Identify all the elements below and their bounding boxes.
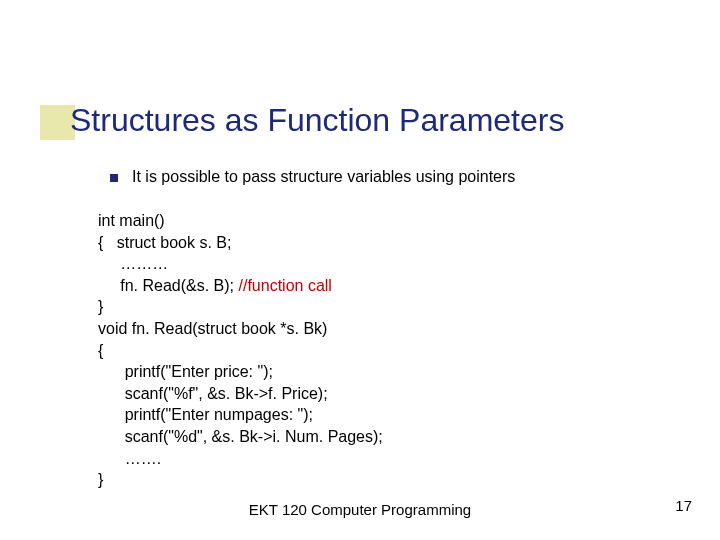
code-line: } xyxy=(98,471,103,488)
code-line: ……… xyxy=(98,255,168,272)
code-line: printf("Enter price: "); xyxy=(98,363,273,380)
footer-text: EKT 120 Computer Programming xyxy=(0,501,720,518)
code-line: fn. Read(&s. B); xyxy=(98,277,239,294)
code-line: scanf("%f", &s. Bk->f. Price); xyxy=(98,385,328,402)
bullet-text: It is possible to pass structure variabl… xyxy=(132,168,515,186)
code-comment: //function call xyxy=(239,277,332,294)
code-line: void fn. Read(struct book *s. Bk) xyxy=(98,320,327,337)
square-bullet-icon xyxy=(110,174,118,182)
bullet-item: It is possible to pass structure variabl… xyxy=(110,168,680,186)
code-line: { struct book s. B; xyxy=(98,234,231,251)
slide-title: Structures as Function Parameters xyxy=(70,102,564,139)
code-line: ……. xyxy=(98,450,161,467)
code-line: printf("Enter numpages: "); xyxy=(98,406,313,423)
page-number: 17 xyxy=(675,497,692,514)
code-block: int main() { struct book s. B; ……… fn. R… xyxy=(98,210,383,491)
bullet-list: It is possible to pass structure variabl… xyxy=(110,168,680,186)
code-line: } xyxy=(98,298,103,315)
code-line: { xyxy=(98,342,103,359)
code-line: int main() xyxy=(98,212,165,229)
code-line: scanf("%d", &s. Bk->i. Num. Pages); xyxy=(98,428,383,445)
